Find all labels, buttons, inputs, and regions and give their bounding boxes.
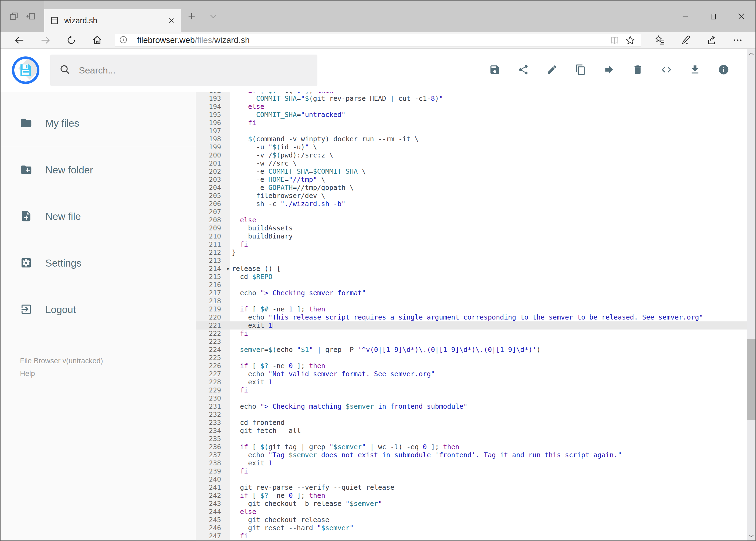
code-line-223[interactable]: 223 xyxy=(196,337,755,346)
code-line-221[interactable]: 221exit 1 xyxy=(196,321,755,329)
scroll-down-icon[interactable] xyxy=(747,531,755,540)
code-line-247[interactable]: 247fi xyxy=(196,532,755,540)
code-line-242[interactable]: 242if [ $? -ne 0 ]; then xyxy=(196,492,755,500)
code-line-193[interactable]: 193COMMIT_SHA="$(git rev-parse HEAD | cu… xyxy=(196,95,755,103)
code-line-235[interactable]: 235 xyxy=(196,435,755,443)
code-line-236[interactable]: 236if [ $(git tag | grep "$semver" | wc … xyxy=(196,443,755,451)
scrollbar-thumb[interactable] xyxy=(747,339,755,420)
code-line-211[interactable]: 211fi xyxy=(196,241,755,249)
sidebar-item-logout[interactable]: Logout xyxy=(1,286,196,333)
code-line-224[interactable]: 224semver=$(echo "$1" | grep -P '^v(0|[1… xyxy=(196,346,755,354)
code-view-button[interactable] xyxy=(660,64,672,76)
code-line-230[interactable]: 230 xyxy=(196,394,755,402)
rename-button[interactable] xyxy=(546,64,558,76)
code-line-241[interactable]: 241git rev-parse --verify --quiet releas… xyxy=(196,483,755,492)
tab-preview-icon[interactable] xyxy=(9,11,19,21)
code-line-244[interactable]: 244else xyxy=(196,508,755,516)
code-line-245[interactable]: 245git checkout release xyxy=(196,516,755,524)
info-icon[interactable] xyxy=(119,35,127,45)
share-button[interactable] xyxy=(517,64,529,76)
code-line-207[interactable]: 207 xyxy=(196,208,755,216)
code-line-196[interactable]: 196fi xyxy=(196,119,755,127)
code-line-217[interactable]: 217echo "> Checking semver format" xyxy=(196,289,755,297)
address-bar[interactable]: filebrowser.web/files/wizard.sh xyxy=(115,34,641,46)
code-line-198[interactable]: 198$(command -v winpty) docker run --rm … xyxy=(196,135,755,143)
search-input[interactable]: Search... xyxy=(50,55,317,86)
code-line-201[interactable]: 201-w //src \ xyxy=(196,159,755,168)
code-line-203[interactable]: 203-e HOME="//tmp" \ xyxy=(196,176,755,184)
code-line-232[interactable]: 232 xyxy=(196,410,755,419)
home-icon[interactable] xyxy=(85,33,109,47)
code-line-220[interactable]: 220echo "This release script requires a … xyxy=(196,313,755,321)
save-button[interactable] xyxy=(489,64,501,76)
code-line-226[interactable]: 226if [ $? -ne 0 ]; then xyxy=(196,362,755,370)
code-line-234[interactable]: 234git fetch --all xyxy=(196,427,755,435)
code-line-240[interactable]: 240 xyxy=(196,475,755,483)
code-line-205[interactable]: 205filebrowser/dev \ xyxy=(196,192,755,200)
code-line-212[interactable]: 212} xyxy=(196,249,755,257)
download-button[interactable] xyxy=(689,64,701,76)
code-line-246[interactable]: 246git reset --hard "$semver" xyxy=(196,524,755,532)
code-line-209[interactable]: 209buildAssets xyxy=(196,224,755,232)
sidebar-item-new-file[interactable]: New file xyxy=(1,194,196,240)
code-line-228[interactable]: 228exit 1 xyxy=(196,378,755,386)
minimize-button[interactable] xyxy=(671,1,699,32)
delete-button[interactable] xyxy=(632,64,644,76)
code-line-199[interactable]: 199-u "$(id -u)" \ xyxy=(196,143,755,151)
close-window-button[interactable] xyxy=(727,1,755,32)
close-tab-icon[interactable] xyxy=(168,9,175,32)
code-line-210[interactable]: 210buildBinary xyxy=(196,232,755,241)
code-line-195[interactable]: 195COMMIT_SHA="untracked" xyxy=(196,111,755,119)
code-line-206[interactable]: 206sh -c "./wizard.sh -b" xyxy=(196,200,755,208)
code-line-227[interactable]: 227echo "Not valid semver format. See se… xyxy=(196,370,755,378)
code-line-225[interactable]: 225 xyxy=(196,354,755,362)
code-line-218[interactable]: 218 xyxy=(196,297,755,305)
favorite-star-icon[interactable] xyxy=(623,35,638,45)
tabs-aside-icon[interactable] xyxy=(26,11,36,21)
code-line-219[interactable]: 219if [ $# -ne 1 ]; then xyxy=(196,305,755,313)
sidebar-item-new-folder[interactable]: New folder xyxy=(1,147,196,194)
file-browser-floppy-logo[interactable] xyxy=(12,56,39,84)
code-line-229[interactable]: 229fi xyxy=(196,386,755,394)
scroll-up-icon[interactable] xyxy=(747,49,755,59)
code-line-208[interactable]: 208else xyxy=(196,216,755,224)
scrollbar[interactable] xyxy=(747,49,755,540)
refresh-icon[interactable] xyxy=(59,33,83,47)
code-line-214[interactable]: 214▾release () { xyxy=(196,265,755,273)
hub-icon[interactable] xyxy=(647,33,673,47)
fold-arrow-icon[interactable]: ▾ xyxy=(226,265,229,273)
maximize-button[interactable] xyxy=(699,1,727,32)
code-line-215[interactable]: 215cd $REPO xyxy=(196,273,755,281)
url-text[interactable]: filebrowser.web/files/wizard.sh xyxy=(132,35,607,45)
move-button[interactable] xyxy=(603,64,615,76)
ink-icon[interactable] xyxy=(673,33,699,47)
code-line-238[interactable]: 238exit 1 xyxy=(196,459,755,467)
code-line-213[interactable]: 213 xyxy=(196,257,755,265)
code-line-194[interactable]: 194else xyxy=(196,103,755,111)
info-button[interactable] xyxy=(718,64,730,76)
browser-tab[interactable]: wizard.sh xyxy=(44,9,181,32)
code-line-202[interactable]: 202-e COMMIT_SHA=$COMMIT_SHA \ xyxy=(196,168,755,176)
code-line-231[interactable]: 231echo "> Checking matching $semver in … xyxy=(196,402,755,410)
ellipsis-icon[interactable] xyxy=(725,33,751,47)
code-line-197[interactable]: 197 xyxy=(196,127,755,135)
sidebar-item-my-files[interactable]: My files xyxy=(1,100,196,147)
code-line-222[interactable]: 222fi xyxy=(196,329,755,337)
code-line-200[interactable]: 200-v /$(pwd):/src:z \ xyxy=(196,151,755,159)
code-line-239[interactable]: 239fi xyxy=(196,467,755,475)
code-line-216[interactable]: 216 xyxy=(196,281,755,289)
back-icon[interactable] xyxy=(8,33,31,47)
code-line-233[interactable]: 233cd frontend xyxy=(196,419,755,427)
copy-button[interactable] xyxy=(575,64,587,76)
new-tab-icon[interactable] xyxy=(181,1,202,32)
code-line-192[interactable]: 192if [ $? -eq 0 ]; then xyxy=(196,92,755,95)
share-icon[interactable] xyxy=(699,33,725,47)
help-link[interactable]: Help xyxy=(20,369,103,378)
forward-icon[interactable] xyxy=(34,33,57,47)
code-editor[interactable]: 192if [ $? -eq 0 ]; then193COMMIT_SHA="$… xyxy=(196,92,755,540)
reading-view-icon[interactable] xyxy=(607,35,623,45)
code-line-237[interactable]: 237echo "Tag $semver does not exist in s… xyxy=(196,451,755,459)
code-line-243[interactable]: 243git checkout -b release "$semver" xyxy=(196,500,755,508)
code-line-204[interactable]: 204-e GOPATH=//tmp/gopath \ xyxy=(196,184,755,192)
tab-chevron-icon[interactable] xyxy=(202,1,224,32)
